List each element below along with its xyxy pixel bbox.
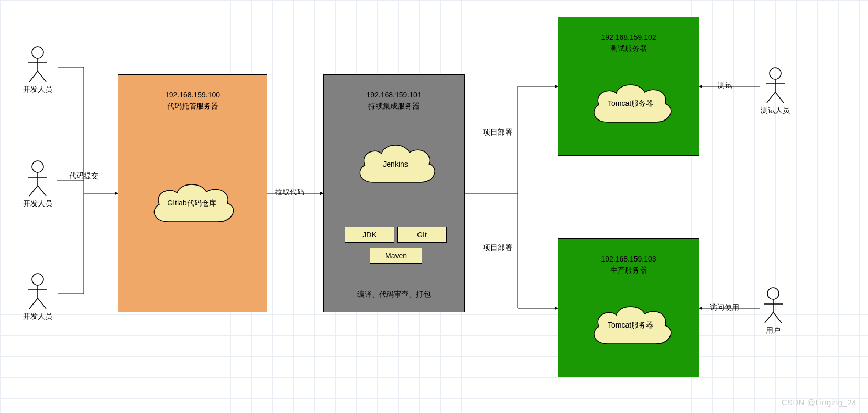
svg-line-24	[773, 312, 782, 323]
svg-point-10	[32, 274, 43, 285]
actor-developer-3: 开发人员	[23, 273, 52, 321]
server-gitlab: 192.168.159.100 代码托管服务器 GItlab代码仓库	[118, 74, 267, 312]
edge-pull: 拉取代码	[275, 188, 304, 197]
svg-line-19	[775, 92, 784, 103]
server-name: 代码托管服务器	[118, 101, 267, 112]
server-name: 生产服务器	[558, 265, 699, 276]
cloud-label: Tomcat服务器	[608, 99, 653, 108]
edge-deploy1: 项目部署	[483, 128, 512, 137]
cloud-label: Tomcat服务器	[608, 321, 653, 330]
cloud-jenkins: Jenkins	[351, 138, 440, 190]
actor-label: 用户	[761, 326, 786, 335]
server-prod: 192.168.159.103 生产服务器 Tomcat服务器	[558, 238, 699, 377]
server-ip: 192.168.159.101	[324, 90, 464, 101]
svg-point-20	[767, 288, 779, 299]
server-jenkins: 192.168.159.101 持续集成服务器 Jenkins JDK GIt …	[323, 74, 465, 312]
server-test: 192.168.159.102 测试服务器 Tomcat服务器	[558, 17, 699, 156]
svg-line-23	[765, 312, 773, 323]
svg-point-15	[770, 68, 781, 79]
svg-line-4	[38, 71, 46, 82]
actor-user: 用户	[761, 287, 786, 335]
svg-line-13	[29, 298, 38, 309]
tool-jdk: JDK	[345, 227, 394, 243]
actor-label: 开发人员	[23, 199, 52, 209]
server-footer: 编译、代码审查、打包	[324, 290, 464, 299]
svg-line-14	[38, 298, 46, 309]
server-header: 192.168.159.100 代码托管服务器	[118, 90, 267, 112]
actor-tester: 测试人员	[761, 67, 790, 115]
svg-point-0	[32, 47, 43, 58]
edge-access: 访问使用	[710, 303, 739, 312]
svg-line-8	[29, 186, 38, 196]
tool-maven: Maven	[370, 248, 422, 264]
server-name: 持续集成服务器	[324, 101, 464, 112]
server-header: 192.168.159.103 生产服务器	[558, 254, 699, 276]
cloud-label: Jenkins	[383, 160, 408, 168]
server-header: 192.168.159.101 持续集成服务器	[324, 90, 464, 112]
svg-point-5	[32, 161, 43, 172]
cloud-tomcat-prod: Tomcat服务器	[585, 299, 676, 352]
cloud-label: GItlab代码仓库	[167, 199, 216, 208]
cloud-gitlab: GItlab代码仓库	[145, 177, 239, 230]
edge-deploy2: 项目部署	[483, 243, 512, 253]
edge-commit: 代码提交	[69, 171, 98, 181]
actor-label: 开发人员	[23, 85, 52, 94]
actor-developer-2: 开发人员	[23, 160, 52, 209]
server-ip: 192.168.159.102	[558, 32, 699, 43]
svg-line-3	[29, 71, 38, 82]
actor-developer-1: 开发人员	[23, 46, 52, 94]
actor-label: 开发人员	[23, 312, 52, 321]
edge-test: 测试	[718, 81, 732, 90]
server-name: 测试服务器	[558, 43, 699, 54]
watermark: CSDN @Linging_24	[782, 398, 856, 407]
server-ip: 192.168.159.103	[558, 254, 699, 265]
tool-git: GIt	[397, 227, 447, 243]
svg-line-18	[767, 92, 775, 103]
cloud-tomcat-test: Tomcat服务器	[585, 78, 676, 130]
actor-label: 测试人员	[761, 106, 790, 115]
server-header: 192.168.159.102 测试服务器	[558, 32, 699, 54]
server-ip: 192.168.159.100	[118, 90, 267, 101]
svg-line-9	[38, 186, 46, 196]
